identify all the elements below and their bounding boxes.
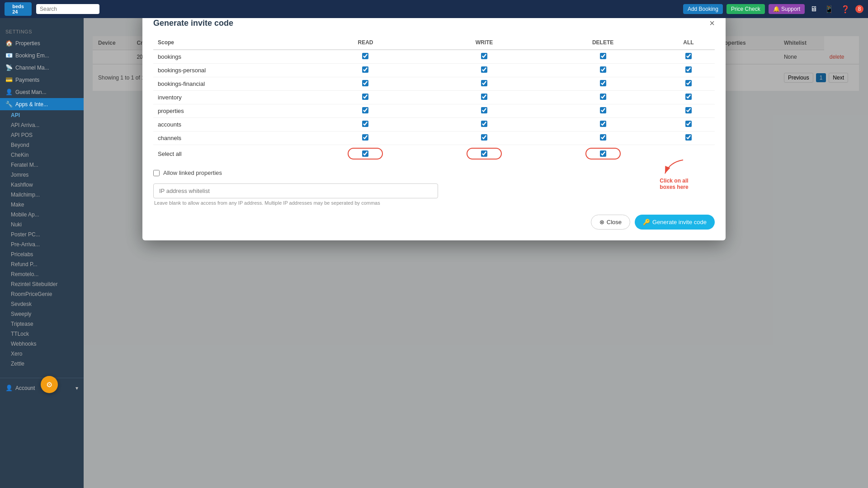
- scope-bookings-personal: bookings-personal: [153, 64, 306, 77]
- sidebar-sub-make[interactable]: Make: [0, 200, 84, 210]
- sidebar-sub-feratel[interactable]: Feratel M...: [0, 160, 84, 170]
- bookings-financial-all-checkbox[interactable]: [685, 80, 692, 86]
- ip-whitelist-input[interactable]: [153, 183, 438, 198]
- header-delete: DELETE: [543, 36, 662, 50]
- sidebar-sub-xero[interactable]: Xero: [0, 349, 84, 359]
- bookings-financial-delete-checkbox[interactable]: [600, 80, 606, 86]
- modal-close-button[interactable]: ×: [709, 18, 715, 28]
- sidebar-sub-kashflow[interactable]: Kashflow: [0, 180, 84, 190]
- scope-bookings: bookings: [153, 50, 306, 64]
- sidebar-sub-pre-arriva[interactable]: Pre-Arriva...: [0, 239, 84, 249]
- inventory-write-checkbox[interactable]: [481, 94, 487, 100]
- sidebar-sub-rezintel[interactable]: Rezintel Sitebuilder: [0, 279, 84, 289]
- scope-properties: properties: [153, 104, 306, 118]
- table-row: channels: [153, 131, 715, 145]
- bookings-all-checkbox[interactable]: [685, 53, 692, 59]
- properties-read-checkbox[interactable]: [362, 107, 368, 113]
- sidebar-sub-jomres[interactable]: Jomres: [0, 170, 84, 180]
- channels-all-checkbox[interactable]: [685, 134, 692, 141]
- properties-write-checkbox[interactable]: [481, 107, 487, 113]
- sidebar-sub-triptease[interactable]: Triptease: [0, 319, 84, 329]
- channels-write-checkbox[interactable]: [481, 134, 487, 141]
- select-all-write-checkbox[interactable]: [481, 150, 487, 157]
- payments-icon: 💳: [5, 76, 13, 83]
- bookings-financial-read-checkbox[interactable]: [362, 80, 368, 86]
- properties-all-checkbox[interactable]: [685, 107, 692, 113]
- sidebar-item-apps-inte[interactable]: 🔧 Apps & Inte...: [0, 98, 84, 110]
- allow-linked-label: Allow linked properties: [163, 169, 222, 176]
- sidebar-sub-mobile-ap[interactable]: Mobile Ap...: [0, 210, 84, 220]
- add-booking-button[interactable]: Add Booking: [683, 4, 723, 14]
- accounts-delete-checkbox[interactable]: [600, 121, 606, 127]
- search-input[interactable]: [36, 4, 99, 14]
- generate-invite-button[interactable]: 🔑 Generate invite code: [635, 215, 715, 230]
- inventory-all-checkbox[interactable]: [685, 94, 692, 100]
- key-icon: 🔑: [643, 219, 650, 225]
- sidebar-sub-api-pos[interactable]: API POS: [0, 130, 84, 140]
- sidebar-sub-chekin[interactable]: CheKin: [0, 150, 84, 160]
- sidebar-label-channel-ma: Channel Ma...: [15, 65, 49, 71]
- sidebar-sub-beyond[interactable]: Beyond: [0, 140, 84, 150]
- bookings-write-checkbox[interactable]: [481, 53, 487, 59]
- bookings-personal-delete-checkbox[interactable]: [600, 66, 606, 73]
- sidebar-sub-mailchimp[interactable]: Mailchimp...: [0, 190, 84, 200]
- sidebar-sub-remotelo[interactable]: Remotelo...: [0, 269, 84, 279]
- annotation: Click on allboxes here: [647, 158, 701, 190]
- channels-read-checkbox[interactable]: [362, 134, 368, 141]
- scope-channels: channels: [153, 131, 306, 145]
- sidebar-sub-sweeply[interactable]: Sweeply: [0, 309, 84, 319]
- allow-linked-container: Allow linked properties: [153, 169, 715, 176]
- sidebar-item-properties[interactable]: 🏠 Properties: [0, 37, 84, 49]
- sidebar-sub-api[interactable]: API: [0, 110, 84, 120]
- inventory-delete-checkbox[interactable]: [600, 94, 606, 100]
- topbar: beds24 Add Booking Price Check 🔔 Support…: [0, 0, 868, 18]
- sidebar-sub-pricelabs[interactable]: Pricelabs: [0, 249, 84, 259]
- select-all-read-checkbox[interactable]: [362, 150, 368, 157]
- inventory-read-checkbox[interactable]: [362, 94, 368, 100]
- bookings-personal-all-checkbox[interactable]: [685, 66, 692, 73]
- sidebar-sub-roompricegenie[interactable]: RoomPriceGenie: [0, 289, 84, 299]
- sidebar-item-guest-man[interactable]: 👤 Guest Man...: [0, 86, 84, 98]
- accounts-write-checkbox[interactable]: [481, 121, 487, 127]
- account-icon: 👤: [5, 385, 13, 391]
- sidebar-sub-refund-p[interactable]: Refund P...: [0, 259, 84, 269]
- sidebar-sub-zettle[interactable]: Zettle: [0, 359, 84, 369]
- scope-bookings-financial: bookings-financial: [153, 77, 306, 91]
- floating-settings-button[interactable]: ⚙: [41, 376, 58, 393]
- sidebar-sub-sevdesk[interactable]: Sevdesk: [0, 299, 84, 309]
- bookings-read-checkbox[interactable]: [362, 53, 368, 59]
- properties-delete-checkbox[interactable]: [600, 107, 606, 113]
- accounts-read-checkbox[interactable]: [362, 121, 368, 127]
- close-circle-icon: ⊗: [599, 219, 604, 225]
- price-check-button[interactable]: Price Check: [726, 4, 765, 14]
- sidebar-item-payments[interactable]: 💳 Payments: [0, 74, 84, 86]
- channels-delete-checkbox[interactable]: [600, 134, 606, 141]
- select-all-row: Select all: [153, 145, 715, 163]
- sidebar-sub-nuki[interactable]: Nuki: [0, 220, 84, 230]
- header-read: READ: [306, 36, 425, 50]
- bookings-delete-checkbox[interactable]: [600, 53, 606, 59]
- sidebar-sub-webhooks[interactable]: Webhooks: [0, 339, 84, 349]
- select-all-delete-wrapper: [585, 148, 621, 160]
- sidebar-sub-api-arriva[interactable]: API Arriva...: [0, 120, 84, 130]
- ip-whitelist-container: Leave blank to allow access from any IP …: [153, 183, 715, 206]
- bookings-financial-write-checkbox[interactable]: [481, 80, 487, 86]
- sidebar-item-channel-ma[interactable]: 📡 Channel Ma...: [0, 61, 84, 74]
- sidebar-item-booking-em[interactable]: 📧 Booking Em...: [0, 49, 84, 61]
- generate-invite-modal: Generate invite code × Scope READ WRITE …: [142, 9, 726, 240]
- bookings-personal-write-checkbox[interactable]: [481, 66, 487, 73]
- scope-inventory: inventory: [153, 91, 306, 104]
- generate-label: Generate invite code: [652, 219, 707, 225]
- table-row: accounts: [153, 118, 715, 131]
- allow-linked-checkbox[interactable]: [153, 170, 160, 176]
- select-all-delete-checkbox[interactable]: [600, 150, 606, 157]
- support-button[interactable]: 🔔 Support: [769, 4, 805, 14]
- modal-header: Generate invite code ×: [153, 18, 715, 28]
- sidebar-sub-ttlock[interactable]: TTLock: [0, 329, 84, 339]
- close-button[interactable]: ⊗ Close: [591, 215, 630, 230]
- sidebar-sub-poster-pc[interactable]: Poster PC...: [0, 230, 84, 239]
- accounts-all-checkbox[interactable]: [685, 121, 692, 127]
- help-icon: ❓: [841, 5, 850, 14]
- scope-accounts: accounts: [153, 118, 306, 131]
- bookings-personal-read-checkbox[interactable]: [362, 66, 368, 73]
